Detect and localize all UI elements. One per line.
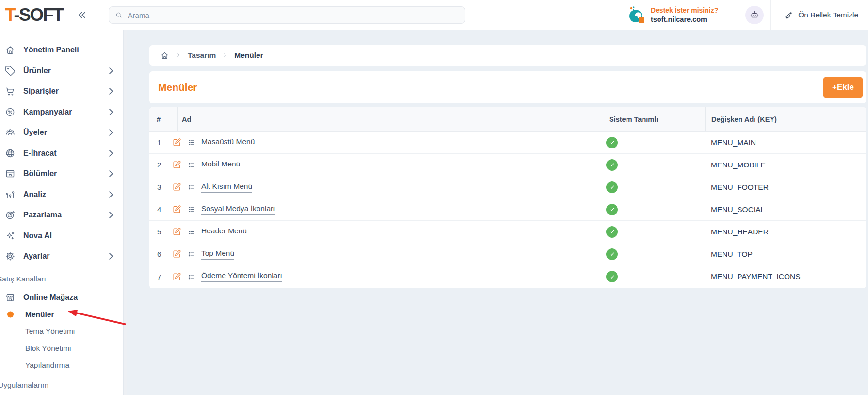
menu-name-link[interactable]: Ödeme Yöntemi İkonları: [201, 271, 282, 282]
menu-key: MENU_MOBILE: [705, 161, 866, 169]
table-header-row: # Ad Sistem Tanımlı Değişken Adı (KEY): [149, 107, 866, 132]
menu-list-icon[interactable]: [188, 206, 195, 213]
table-row: 4 Sosyal Medya İkonları MENU_SOCIAL: [149, 198, 866, 221]
menu-list-icon[interactable]: [188, 250, 195, 258]
sidebar-item-analiz[interactable]: Analiz: [0, 184, 127, 205]
sidebar-item-ayarlar[interactable]: Ayarlar: [0, 246, 127, 267]
menu-key: MENU_MAIN: [705, 138, 866, 147]
table-row: 6 Top Menü MENU_TOP: [149, 243, 866, 265]
edit-icon[interactable]: [172, 182, 181, 192]
menu-key: MENU_FOOTER: [705, 183, 866, 192]
menu-name-link[interactable]: Sosyal Medya İkonları: [201, 204, 275, 215]
online-magaza-submenu: Menüler Tema Yönetimi Blok Yönetimi Yapı…: [0, 306, 127, 374]
row-name-cell: Top Menü: [177, 249, 601, 260]
edit-icon[interactable]: [172, 138, 181, 147]
sidebar-item-yapilandirma[interactable]: Yapılandırma: [0, 357, 127, 374]
menu-name-link[interactable]: Header Menü: [201, 227, 247, 237]
sidebar-item-nova-ai[interactable]: Nova AI: [0, 226, 127, 247]
menu-list-icon[interactable]: [188, 139, 195, 146]
marketing-target-icon: [5, 210, 16, 220]
menu-list-icon[interactable]: [188, 161, 195, 168]
menu-list-icon[interactable]: [188, 273, 195, 280]
chevron-right-icon: [106, 127, 116, 138]
menu-name-link[interactable]: Alt Kısım Menü: [201, 182, 252, 193]
edit-icon[interactable]: [172, 249, 181, 259]
row-name-cell: Mobil Menü: [177, 160, 601, 170]
sidebar-item-kampanyalar[interactable]: Kampanyalar: [0, 102, 127, 123]
column-header-system: Sistem Tanımlı: [601, 107, 705, 131]
edit-icon[interactable]: [172, 272, 181, 281]
menu-list-icon[interactable]: [188, 228, 195, 235]
check-circle-icon: [606, 137, 618, 148]
submenu-item-label: Yapılandırma: [25, 361, 69, 370]
export-globe-icon: [5, 148, 16, 159]
menu-name-link[interactable]: Masaüstü Menü: [201, 137, 255, 148]
submenu-item-label: Blok Yönetimi: [25, 344, 71, 353]
sidebar-item-pazarlama[interactable]: Pazarlama: [0, 205, 127, 226]
sidebar-item-blok-yonetimi[interactable]: Blok Yönetimi: [0, 340, 127, 357]
chevron-right-icon: [106, 210, 116, 220]
system-defined-cell: [601, 181, 705, 193]
sidebar-item-menuler[interactable]: Menüler: [0, 306, 127, 323]
breadcrumb-item-tasarim[interactable]: Tasarım: [188, 51, 216, 60]
support-link[interactable]: Destek İster misiniz? tsoft.nilcare.com: [627, 6, 718, 24]
assistant-button[interactable]: [745, 6, 764, 24]
section-satis-kanallari: Satış Kanalları: [0, 273, 127, 285]
sidebar-item-online-magaza[interactable]: Online Mağaza: [0, 289, 127, 306]
home-icon: [5, 45, 16, 55]
system-defined-cell: [601, 226, 705, 238]
sidebar-item-e-ihracat[interactable]: E-İhracat: [0, 143, 127, 164]
chevron-right-icon: [106, 189, 116, 200]
table-row: 5 Header Menü MENU_HEADER: [149, 221, 866, 243]
menu-name-link[interactable]: Top Menü: [201, 249, 234, 260]
sidebar-item-label: Analiz: [23, 190, 46, 199]
sidebar-item-uyeler[interactable]: Üyeler: [0, 122, 127, 143]
chevron-right-icon: [106, 107, 116, 117]
sidebar-collapse-icon[interactable]: [76, 9, 88, 21]
add-button[interactable]: +Ekle: [823, 77, 863, 98]
row-name-cell: Masaüstü Menü: [177, 137, 601, 148]
sidebar-item-urunler[interactable]: Ürünler: [0, 61, 127, 82]
global-search[interactable]: [109, 6, 465, 24]
submenu-item-label: Tema Yönetimi: [25, 327, 75, 336]
sidebar-item-tema-yonetimi[interactable]: Tema Yönetimi: [0, 323, 127, 340]
menu-key: MENU_PAYMENT_ICONS: [705, 272, 866, 281]
system-defined-cell: [601, 271, 705, 282]
sidebar-item-bolumler[interactable]: Bölümler: [0, 164, 127, 184]
search-input[interactable]: [127, 11, 459, 20]
members-users-icon: [5, 127, 16, 138]
clear-cache-button[interactable]: Ön Bellek Temizle: [783, 10, 858, 20]
sidebar-item-siparisler[interactable]: Siparişler: [0, 81, 127, 102]
menu-key: MENU_HEADER: [705, 228, 866, 236]
breadcrumb-item-menuler: Menüler: [234, 51, 263, 60]
check-circle-icon: [606, 181, 618, 193]
check-circle-icon: [606, 271, 618, 282]
support-url: tsoft.nilcare.com: [651, 15, 718, 24]
row-name-cell: Ödeme Yöntemi İkonları: [177, 271, 601, 282]
analysis-chart-icon: [5, 189, 16, 200]
menu-list-icon[interactable]: [188, 183, 195, 191]
topbar-right: Destek İster misiniz? tsoft.nilcare.com …: [627, 0, 868, 30]
menu-name-link[interactable]: Mobil Menü: [201, 160, 240, 170]
sidebar-item-yonetim-paneli[interactable]: Yönetim Paneli: [0, 40, 127, 61]
column-header-index: #: [149, 107, 177, 131]
sidebar-item-label: Ayarlar: [23, 252, 50, 261]
column-header-key: Değişken Adı (KEY): [705, 107, 866, 131]
edit-icon[interactable]: [172, 160, 181, 169]
check-circle-icon: [606, 204, 618, 215]
check-circle-icon: [606, 226, 618, 238]
settings-gear-icon: [5, 251, 16, 262]
table-row: 2 Mobil Menü MENU_MOBILE: [149, 154, 866, 176]
sidebar-item-label: E-İhracat: [23, 149, 56, 158]
breadcrumb-home-icon[interactable]: [160, 51, 169, 60]
app-window: T-SOFT Destek İster misiniz? tsoft.nilca…: [0, 0, 868, 395]
clear-cache-label: Ön Bellek Temizle: [798, 11, 858, 19]
support-question: Destek İster misiniz?: [651, 6, 718, 15]
edit-icon[interactable]: [172, 227, 181, 236]
check-circle-icon: [606, 159, 618, 171]
main-content: Tasarım Menüler Menüler +Ekle # Ad Siste…: [127, 30, 868, 395]
tsoft-logo[interactable]: T-SOFT: [5, 5, 63, 25]
edit-icon[interactable]: [172, 205, 181, 214]
row-name-cell: Sosyal Medya İkonları: [177, 204, 601, 215]
chevron-right-icon: [106, 251, 116, 262]
